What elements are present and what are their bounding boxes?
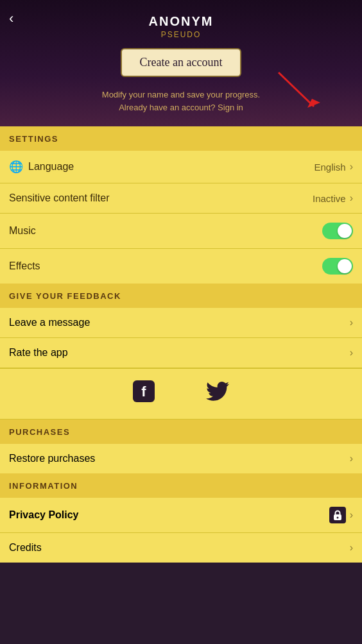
leave-message-row[interactable]: Leave a message ›	[0, 308, 362, 338]
sensitive-filter-value-group: Inactive ›	[313, 192, 353, 204]
language-label: Language	[28, 161, 74, 173]
privacy-policy-row[interactable]: Privacy Policy ›	[0, 498, 362, 533]
svg-point-5	[336, 517, 338, 519]
sensitive-filter-chevron-icon: ›	[350, 192, 353, 204]
rate-app-label: Rate the app	[9, 347, 68, 359]
sensitive-filter-label: Sensitive content filter	[9, 192, 110, 204]
language-value: English	[314, 162, 345, 173]
leave-message-label: Leave a message	[9, 317, 90, 328]
bottom-bar	[0, 563, 362, 601]
language-row[interactable]: 🌐 Language English ›	[0, 151, 362, 183]
social-icons-row: f	[0, 368, 362, 419]
svg-line-0	[279, 72, 314, 106]
feedback-rows: Leave a message › Rate the app › f	[0, 308, 362, 419]
header: ‹ ANONYM PSEUDO Create an account Modify…	[0, 0, 362, 126]
music-label: Music	[9, 225, 36, 237]
twitter-icon[interactable]	[206, 382, 229, 406]
feedback-section-header: GIVE YOUR FEEDBACK	[0, 284, 362, 308]
sensitive-filter-value: Inactive	[313, 193, 346, 204]
sensitive-filter-row[interactable]: Sensitive content filter Inactive ›	[0, 183, 362, 214]
language-value-group: English ›	[314, 161, 353, 173]
purchases-rows: Restore purchases ›	[0, 444, 362, 473]
settings-rows: 🌐 Language English › Sensitive content f…	[0, 151, 362, 284]
credits-label: Credits	[9, 542, 42, 554]
sensitive-filter-label-group: Sensitive content filter	[9, 192, 110, 204]
language-label-group: 🌐 Language	[9, 160, 74, 174]
effects-row[interactable]: Effects	[0, 249, 362, 284]
credits-chevron-icon: ›	[350, 542, 353, 554]
effects-toggle-group	[322, 258, 353, 275]
language-chevron-icon: ›	[350, 161, 353, 173]
facebook-icon[interactable]: f	[133, 380, 155, 407]
effects-toggle[interactable]	[322, 258, 353, 275]
effects-label: Effects	[9, 260, 40, 272]
privacy-policy-label: Privacy Policy	[9, 509, 79, 521]
globe-icon: 🌐	[9, 160, 23, 174]
back-button[interactable]: ‹	[9, 10, 13, 27]
information-section-header: INFORMATION	[0, 473, 362, 498]
red-arrow-indicator	[272, 69, 323, 114]
information-rows: Privacy Policy › Credits ›	[0, 498, 362, 563]
information-title: INFORMATION	[9, 481, 78, 491]
privacy-policy-right: ›	[329, 507, 353, 523]
effects-label-group: Effects	[9, 260, 40, 272]
music-label-group: Music	[9, 225, 36, 237]
user-pseudo: PSEUDO	[10, 30, 352, 39]
feedback-title: GIVE YOUR FEEDBACK	[9, 291, 121, 301]
settings-title: SETTINGS	[9, 134, 58, 144]
create-account-button[interactable]: Create an account	[121, 48, 242, 77]
restore-purchases-row[interactable]: Restore purchases ›	[0, 444, 362, 473]
music-toggle[interactable]	[322, 223, 353, 239]
svg-text:f: f	[141, 384, 146, 400]
rate-app-row[interactable]: Rate the app ›	[0, 338, 362, 368]
purchases-title: PURCHASES	[9, 427, 70, 437]
leave-message-chevron-icon: ›	[350, 317, 353, 328]
purchases-section-header: PURCHASES	[0, 419, 362, 444]
privacy-policy-chevron-icon: ›	[350, 509, 353, 521]
rate-app-chevron-icon: ›	[350, 347, 353, 359]
restore-purchases-chevron-icon: ›	[350, 453, 353, 464]
settings-section-header: SETTINGS	[0, 126, 362, 151]
app-title: ANONYM	[10, 14, 352, 29]
lock-icon	[329, 507, 346, 523]
music-toggle-group	[322, 223, 353, 239]
credits-row[interactable]: Credits ›	[0, 533, 362, 563]
music-row[interactable]: Music	[0, 214, 362, 249]
restore-purchases-label: Restore purchases	[9, 453, 95, 464]
